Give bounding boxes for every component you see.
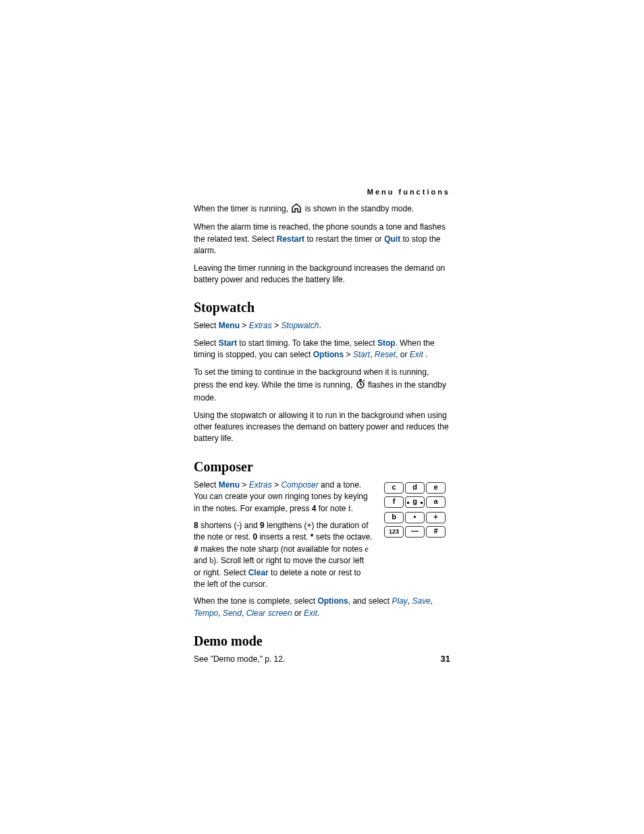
battery-warning-paragraph: Leaving the timer running in the backgro… [194,263,450,286]
composer-options-paragraph: When the tone is complete, select Option… [194,596,450,619]
key-8: 8 [194,521,198,530]
extras-label: Extras [249,480,272,490]
text: , [370,350,375,359]
menu-label: Menu [219,321,240,330]
text: for note [316,504,348,513]
text: , [408,596,412,606]
key-d: d [405,482,425,494]
demo-mode-heading: Demo mode [194,631,450,651]
text: . [319,321,321,330]
text: . [423,350,428,359]
tempo-option: Tempo [194,608,218,618]
text: . [317,608,319,618]
standby-house-icon [290,203,302,216]
composer-label: Composer [281,480,318,490]
svg-rect-3 [359,379,362,380]
start-option: Start [353,350,370,359]
svg-line-2 [360,384,362,385]
stopwatch-nav-paragraph: Select Menu > Extras > Stopwatch. [194,320,450,332]
composer-heading: Composer [194,457,450,477]
text: is shown in the standby mode. [305,204,414,213]
text: > [272,480,281,490]
stopwatch-battery-paragraph: Using the stopwatch or allowing it to ru… [194,410,450,445]
stopwatch-label: Stopwatch [281,321,319,330]
stop-action: Stop [377,338,396,348]
text: , or [396,350,410,359]
composer-intro-paragraph: Select Menu > Extras > Composer and a to… [194,479,373,515]
svg-line-4 [363,380,365,381]
text: > [240,480,249,490]
key-dot: • [405,512,425,523]
timer-running-paragraph: When the timer is running, is shown in t… [194,203,450,216]
options-action: Options [313,350,344,359]
text: to start timing. To take the time, selec… [237,338,377,348]
text: to restart the timer or [304,234,384,244]
text: Select [194,338,219,348]
stopwatch-heading: Stopwatch [194,298,450,317]
key-f: f [384,496,404,508]
play-option: Play [392,596,407,606]
body-content: When the timer is running, is shown in t… [194,203,450,666]
send-option: Send [223,608,242,618]
text: sets the octave. [313,532,372,542]
text: When the timer is running, [194,204,290,213]
running-header: Menu functions [367,188,450,196]
key-b: b [384,512,404,523]
page-number: 31 [441,654,450,664]
key-a: a [426,496,446,508]
key-123: 123 [384,526,404,538]
exit-option: Exit [304,608,317,618]
text: , [242,608,246,618]
text: , [218,608,223,618]
options-action: Options [317,596,348,606]
restart-action: Restart [277,234,304,244]
key-hash: # [194,544,198,554]
text: , [431,596,433,606]
reset-option: Reset [375,350,396,359]
text: inserts a rest. [257,532,311,542]
text: > [240,321,249,330]
composer-section: Select Menu > Extras > Composer and a to… [194,479,450,596]
text: When the tone is complete, select [194,596,317,606]
key-hash-btn: # [426,526,446,538]
start-action: Start [219,338,237,348]
alarm-paragraph: When the alarm time is reached, the phon… [194,221,450,257]
key-e: e [426,482,446,494]
clearscreen-option: Clear screen [246,608,292,618]
key-dash: — [405,526,425,538]
stopwatch-controls-paragraph: Select Start to start timing. To take th… [194,338,450,361]
quit-action: Quit [384,234,400,244]
note-e: e [365,544,369,554]
text: > [272,321,281,330]
demo-mode-paragraph: See "Demo mode," p. 12. [194,654,450,665]
composer-keys-paragraph: 8 shortens (-) and 9 lengthens (+) the d… [194,520,373,590]
key-c: c [384,482,404,494]
text: Select [194,321,219,330]
text: , and select [348,596,392,606]
key-g: g [405,496,425,508]
text: makes the note sharp (not available for … [198,544,365,554]
stopwatch-background-paragraph: To set the timing to continue in the bac… [194,367,450,405]
keypad-diagram: c d e f g a b • + 123 [384,482,450,540]
document-page: Menu functions When the timer is running… [0,0,644,834]
save-option: Save [412,596,431,606]
text: Select [194,480,219,490]
text: and [194,556,209,565]
stopwatch-clock-icon [355,378,366,392]
extras-label: Extras [249,321,272,330]
text: > [344,350,353,359]
key-plus: + [426,512,446,523]
text: shortens (-) and [198,521,260,530]
text: or [292,608,304,618]
menu-label: Menu [219,480,240,490]
exit-option: Exit [410,350,423,359]
key-9: 9 [260,521,265,530]
clear-action: Clear [248,568,269,577]
text: . [351,504,353,513]
